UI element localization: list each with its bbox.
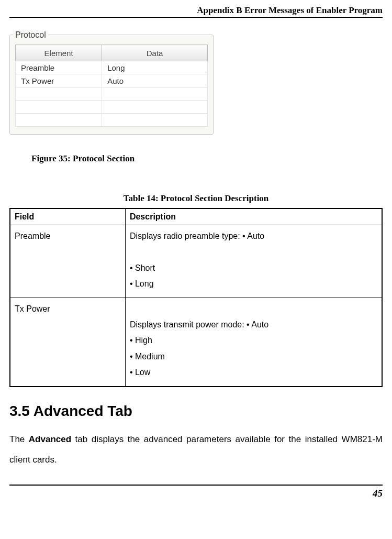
- protocol-cell-element: Tx Power: [16, 74, 102, 87]
- desc-line: • Short: [130, 263, 155, 272]
- desc-line: • Medium: [130, 352, 165, 361]
- protocol-row: Tx Power Auto: [16, 74, 208, 87]
- th-description: Description: [125, 208, 382, 225]
- protocol-col-data: Data: [102, 45, 208, 61]
- cell-field: Tx Power: [10, 298, 125, 386]
- protocol-cell-element: Preamble: [16, 61, 102, 74]
- desc-line: Displays radio preamble type: • Auto: [130, 232, 264, 240]
- figure-caption-prefix: Figure 35:: [31, 153, 71, 163]
- table-row: Preamble Displays radio preamble type: •…: [10, 225, 382, 298]
- para-bold: Advanced: [29, 434, 71, 444]
- protocol-cell-data: Long: [102, 61, 208, 74]
- protocol-legend: Protocol: [13, 30, 48, 40]
- cell-field: Preamble: [10, 225, 125, 298]
- page-header: Appendix B Error Messages of Enabler Pro…: [9, 5, 383, 18]
- protocol-groupbox: Protocol Element Data Preamble Long Tx P…: [9, 35, 214, 135]
- cell-description: Displays transmit power mode: • Auto • H…: [125, 298, 382, 386]
- table-caption: Table 14: Protocol Section Description: [9, 193, 383, 204]
- figure-caption-title: Protocol Section: [71, 153, 135, 163]
- protocol-cell-data: Auto: [102, 74, 208, 87]
- th-field: Field: [10, 208, 125, 225]
- protocol-row-empty: [16, 114, 208, 127]
- section-paragraph: The Advanced tab displays the advanced p…: [9, 429, 383, 470]
- desc-line: • High: [130, 336, 152, 345]
- protocol-grid: Element Data Preamble Long Tx Power Auto: [15, 45, 208, 127]
- table-row: Tx Power Displays transmit power mode: •…: [10, 298, 382, 386]
- para-text: The: [9, 434, 29, 444]
- desc-line: • Long: [130, 279, 154, 288]
- protocol-row-empty: [16, 87, 208, 101]
- header-title: Appendix B Error Messages of Enabler Pro…: [197, 5, 383, 15]
- figure-caption: Figure 35: Protocol Section: [31, 153, 383, 164]
- desc-line: • Low: [130, 368, 150, 377]
- page-footer: 45: [9, 485, 383, 508]
- description-table: Field Description Preamble Displays radi…: [9, 208, 383, 387]
- protocol-row: Preamble Long: [16, 61, 208, 74]
- figure-protocol-section: Protocol Element Data Preamble Long Tx P…: [9, 35, 383, 135]
- page-number: 45: [373, 488, 383, 499]
- protocol-row-empty: [16, 101, 208, 114]
- table-caption-title: Protocol Section Description: [159, 193, 269, 203]
- protocol-col-element: Element: [16, 45, 102, 61]
- cell-description: Displays radio preamble type: • Auto • S…: [125, 225, 382, 298]
- section-heading: 3.5 Advanced Tab: [9, 403, 383, 420]
- table-caption-prefix: Table 14:: [124, 193, 159, 203]
- desc-line: Displays transmit power mode: • Auto: [130, 320, 268, 329]
